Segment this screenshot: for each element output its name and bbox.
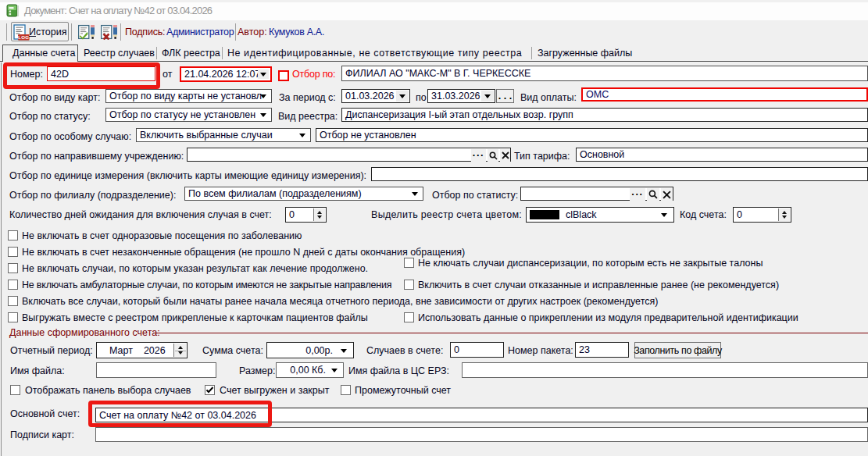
svg-text:LOG: LOG <box>18 34 29 40</box>
